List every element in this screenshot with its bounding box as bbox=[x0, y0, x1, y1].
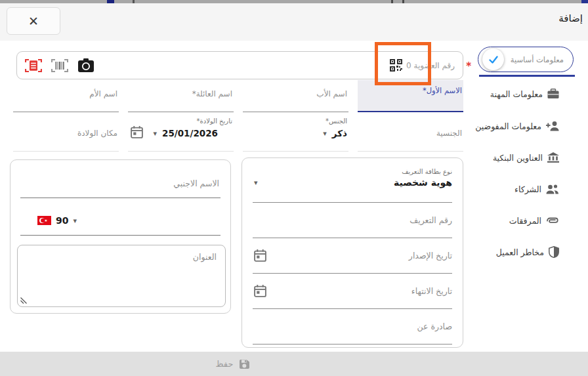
chevron-down-icon: ▾ bbox=[323, 130, 327, 137]
form-area: رقم العضوية 0 الاسم الأول* اسم الأب اسم … bbox=[0, 41, 466, 349]
close-icon: ✕ bbox=[28, 14, 39, 28]
person-add-icon bbox=[546, 121, 559, 131]
check-circle bbox=[482, 49, 504, 70]
sidebar-item-client-risks[interactable]: مخاطر العميل bbox=[496, 244, 559, 260]
bank-icon bbox=[547, 152, 559, 163]
issued-by-label: صادرة عن bbox=[417, 322, 452, 331]
close-button[interactable]: ✕ bbox=[7, 7, 60, 35]
camera-icon[interactable] bbox=[77, 58, 94, 73]
required-star: * bbox=[466, 60, 471, 72]
birth-date-label: تاريخ الولادة* bbox=[197, 117, 232, 125]
foreign-name-label: الاسم الاجنبي bbox=[173, 178, 219, 188]
id-scan-icon[interactable] bbox=[25, 58, 42, 73]
extra-info-section: الاسم الاجنبي ★ 90 ▾ العنوان bbox=[10, 159, 231, 314]
gender-label: الجنس* bbox=[326, 117, 347, 125]
resize-grip[interactable] bbox=[20, 297, 27, 304]
sidebar-item-label: معلومات المفوضين bbox=[475, 121, 541, 131]
phone-country-code: 90 bbox=[56, 215, 68, 226]
sidebar-item-bank-addresses[interactable]: العناوين البنكية bbox=[493, 150, 559, 165]
address-label: العنوان bbox=[193, 252, 217, 262]
first-name-label: الاسم الأول* bbox=[423, 86, 462, 95]
chevron-down-icon: ▾ bbox=[153, 130, 157, 137]
expiry-date-label: تاريخ الانتهاء bbox=[411, 286, 452, 296]
check-icon bbox=[487, 53, 500, 66]
tab-basic-info[interactable]: معلومات أساسية bbox=[478, 47, 574, 72]
father-name-label: اسم الأب bbox=[316, 89, 347, 98]
calendar-icon[interactable] bbox=[253, 249, 267, 263]
address-textarea[interactable]: العنوان bbox=[17, 245, 226, 307]
issue-date-field[interactable]: تاريخ الإصدار bbox=[253, 238, 452, 274]
dialog-title: إضافة bbox=[558, 12, 583, 24]
birth-date-field[interactable]: تاريخ الولادة* 25/01/2026 ▾ bbox=[128, 115, 234, 152]
father-name-field[interactable]: اسم الأب bbox=[243, 80, 348, 112]
dialog-header bbox=[0, 3, 588, 41]
id-type-select[interactable]: نوع بطاقة التعريف هوية شخصية ▾ bbox=[253, 163, 452, 203]
sidebar-item-attachments[interactable]: المرفقات bbox=[509, 213, 559, 228]
foreign-name-field[interactable]: الاسم الاجنبي bbox=[20, 160, 220, 198]
partners-icon bbox=[546, 184, 559, 194]
shield-icon bbox=[549, 246, 559, 258]
sidebar-item-partners[interactable]: الشركاء bbox=[514, 181, 559, 197]
svg-text:★: ★ bbox=[45, 219, 48, 222]
dialog-footer: حفظ bbox=[0, 352, 588, 376]
sidebar-item-label: معلومات المهنة bbox=[490, 89, 543, 99]
mother-name-label: اسم الأم bbox=[89, 89, 117, 98]
family-name-label: اسم العائلة* bbox=[192, 89, 232, 98]
scan-actions bbox=[25, 58, 94, 73]
id-number-label: رقم التعريف bbox=[410, 215, 452, 225]
expiry-date-field[interactable]: تاريخ الانتهاء bbox=[253, 274, 452, 309]
id-type-label: نوع بطاقة التعريف bbox=[402, 168, 452, 175]
phone-field[interactable]: ★ 90 ▾ bbox=[20, 198, 220, 236]
sidebar-item-label: مخاطر العميل bbox=[496, 247, 544, 257]
sidebar-item-profession[interactable]: معلومات المهنة bbox=[490, 86, 559, 102]
active-tab-underline bbox=[479, 75, 575, 77]
chevron-down-icon: ▾ bbox=[254, 179, 258, 186]
family-name-field[interactable]: اسم العائلة* bbox=[128, 80, 234, 112]
save-button[interactable]: حفظ bbox=[216, 358, 251, 370]
birth-place-label: مكان الولادة bbox=[77, 129, 117, 138]
save-label: حفظ bbox=[216, 359, 234, 369]
briefcase-icon bbox=[547, 89, 559, 99]
sidebar-item-label: الشركاء bbox=[514, 184, 541, 194]
barcode-scan-icon[interactable] bbox=[51, 58, 68, 73]
calendar-icon[interactable] bbox=[129, 125, 144, 140]
mother-name-field[interactable]: اسم الأم bbox=[13, 80, 119, 112]
id-type-value: هوية شخصية bbox=[394, 177, 452, 188]
issued-by-field[interactable]: صادرة عن bbox=[253, 309, 452, 345]
save-icon bbox=[238, 358, 250, 370]
tab-basic-info-label: معلومات أساسية bbox=[511, 55, 564, 64]
birth-place-field[interactable]: مكان الولادة bbox=[13, 115, 119, 152]
sidebar-item-delegates[interactable]: معلومات المفوضين bbox=[475, 118, 559, 134]
issue-date-label: تاريخ الإصدار bbox=[409, 251, 452, 261]
annotation-highlight-box bbox=[375, 42, 431, 85]
gender-value: ذكر bbox=[332, 128, 347, 138]
chevron-down-icon: ▾ bbox=[73, 217, 77, 224]
gender-select[interactable]: الجنس* ذكر ▾ bbox=[243, 115, 348, 152]
id-card-section: نوع بطاقة التعريف هوية شخصية ▾ رقم التعر… bbox=[242, 157, 463, 348]
birth-date-value: 25/01/2026 bbox=[162, 128, 218, 138]
personal-info-row: الجنسية الجنس* ذكر ▾ تاريخ الولادة* 25/0… bbox=[13, 115, 463, 152]
turkey-flag-icon: ★ bbox=[37, 216, 51, 225]
sidebar-item-label: العناوين البنكية bbox=[493, 153, 543, 163]
id-number-field[interactable]: رقم التعريف bbox=[253, 203, 452, 238]
nationality-label: الجنسية bbox=[436, 129, 462, 138]
attachment-icon bbox=[546, 217, 559, 224]
nationality-field[interactable]: الجنسية bbox=[358, 115, 463, 152]
sidebar-item-label: المرفقات bbox=[509, 216, 541, 226]
calendar-icon[interactable] bbox=[253, 284, 267, 299]
wizard-sidebar: * معلومات أساسية معلومات المهنة معلومات … bbox=[463, 41, 588, 349]
